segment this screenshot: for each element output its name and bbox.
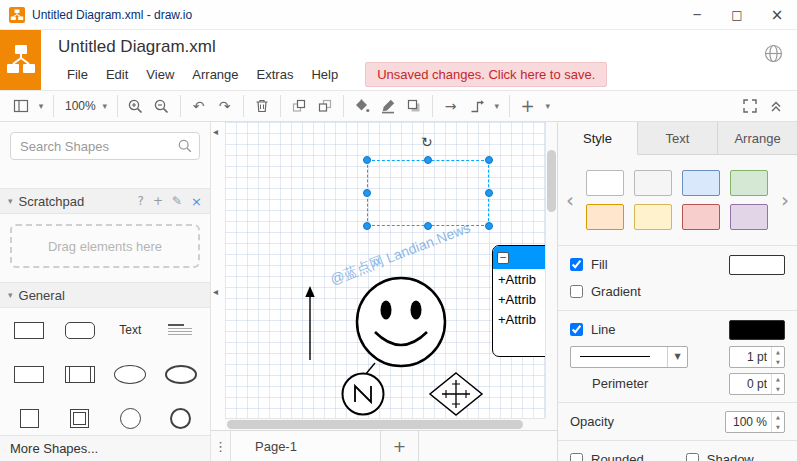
collapse-left-icon[interactable]: ◂: [213, 286, 218, 297]
close-button[interactable]: ×: [757, 0, 797, 29]
spinner-up-icon[interactable]: ▲: [772, 347, 784, 357]
connection-button[interactable]: →: [439, 94, 463, 118]
spinner-up-icon[interactable]: ▲: [772, 412, 784, 422]
insert-dropdown[interactable]: ▾: [542, 94, 554, 118]
shape-rounded-rectangle[interactable]: [55, 316, 106, 344]
waypoints-button[interactable]: [465, 94, 489, 118]
shape-text[interactable]: Text: [105, 316, 156, 344]
shape-ellipse[interactable]: [105, 360, 156, 388]
presets-prev-button[interactable]: ‹: [566, 188, 574, 212]
rounded-checkbox[interactable]: [570, 453, 583, 461]
undo-button[interactable]: ↶: [187, 94, 211, 118]
menu-file[interactable]: File: [58, 64, 97, 85]
scratchpad-help-button[interactable]: ?: [138, 194, 144, 208]
shape-rectangle-2[interactable]: [4, 360, 55, 388]
language-globe-button[interactable]: [762, 42, 784, 64]
zoom-out-button[interactable]: [150, 94, 174, 118]
page-tab[interactable]: Page-1: [231, 431, 381, 461]
add-page-button[interactable]: +: [381, 431, 419, 461]
shape-circle[interactable]: [105, 404, 156, 432]
uml-class-shape[interactable]: − +Attrib +Attrib +Attrib: [492, 245, 545, 357]
to-back-button[interactable]: [313, 94, 337, 118]
resize-handle-s[interactable]: [424, 222, 432, 230]
line-style-dropdown[interactable]: ▼: [570, 346, 688, 368]
shape-circle-bold[interactable]: [156, 404, 207, 432]
menu-extras[interactable]: Extras: [248, 64, 303, 85]
tab-style[interactable]: Style: [558, 122, 638, 155]
style-swatch[interactable]: [682, 170, 720, 196]
fill-checkbox[interactable]: [570, 258, 583, 271]
view-panel-dropdown[interactable]: ▾: [35, 94, 47, 118]
uml-attribute-row[interactable]: +Attrib: [493, 269, 545, 289]
scratchpad-header[interactable]: ▾ Scratchpad ? + ✎ ×: [0, 188, 210, 214]
drawing-canvas[interactable]: @蓝点网 Landian.News ↻: [225, 122, 545, 418]
tab-arrange[interactable]: Arrange: [718, 122, 797, 154]
resize-handle-n[interactable]: [424, 156, 432, 164]
uml-collapse-button[interactable]: −: [497, 252, 509, 264]
fill-color-button[interactable]: [350, 94, 374, 118]
shape-rectangle[interactable]: [4, 316, 55, 344]
diamond-crosshair-shape[interactable]: [428, 371, 484, 417]
spinner-down-icon[interactable]: ▼: [772, 357, 784, 367]
shape-square[interactable]: [4, 404, 55, 432]
style-swatch[interactable]: [586, 170, 624, 196]
uml-attribute-row[interactable]: +Attrib: [493, 309, 545, 329]
menu-view[interactable]: View: [137, 64, 183, 85]
style-swatch[interactable]: [682, 204, 720, 230]
insert-button[interactable]: +: [516, 94, 540, 118]
selected-rectangle[interactable]: [367, 160, 489, 226]
search-shapes-input[interactable]: [10, 132, 200, 160]
horizontal-scrollbar-thumb[interactable]: [227, 420, 523, 429]
resize-handle-sw[interactable]: [363, 222, 371, 230]
menu-edit[interactable]: Edit: [97, 64, 137, 85]
shape-ellipse-bold[interactable]: [156, 360, 207, 388]
style-swatch[interactable]: [586, 204, 624, 230]
uml-attribute-row[interactable]: +Attrib: [493, 289, 545, 309]
style-swatch[interactable]: [634, 204, 672, 230]
scratchpad-close-button[interactable]: ×: [191, 194, 202, 209]
zigzag-circle-shape[interactable]: [340, 371, 386, 417]
menu-arrange[interactable]: Arrange: [183, 64, 247, 85]
waypoints-dropdown[interactable]: ▾: [491, 94, 503, 118]
style-swatch[interactable]: [634, 170, 672, 196]
rotate-handle[interactable]: ↻: [421, 134, 433, 150]
delete-button[interactable]: [250, 94, 274, 118]
minimize-button[interactable]: ─: [677, 0, 717, 29]
shape-square-double[interactable]: [55, 404, 106, 432]
scratchpad-add-button[interactable]: +: [153, 194, 163, 208]
shadow-checkbox[interactable]: [686, 453, 699, 461]
horizontal-scrollbar[interactable]: [225, 418, 545, 430]
line-color-button[interactable]: [376, 94, 400, 118]
redo-button[interactable]: ↷: [213, 94, 237, 118]
fill-color-swatch-button[interactable]: [729, 255, 785, 275]
spinner-down-icon[interactable]: ▼: [772, 384, 784, 394]
zoom-in-button[interactable]: [124, 94, 148, 118]
smiley-shape[interactable]: [353, 274, 449, 370]
general-section-header[interactable]: ▾ General: [0, 282, 210, 308]
spinner-up-icon[interactable]: ▲: [772, 374, 784, 384]
resize-handle-e[interactable]: [485, 189, 493, 197]
more-shapes-button[interactable]: More Shapes...: [0, 435, 210, 461]
tab-text[interactable]: Text: [638, 122, 718, 154]
line-color-swatch-button[interactable]: [729, 320, 785, 340]
collapse-left-icon[interactable]: ◂: [213, 126, 218, 137]
style-swatch[interactable]: [730, 170, 768, 196]
shape-process[interactable]: [55, 360, 106, 388]
shape-heading[interactable]: [156, 316, 207, 344]
view-panel-button[interactable]: [9, 94, 33, 118]
resize-handle-ne[interactable]: [485, 156, 493, 164]
line-checkbox[interactable]: [570, 323, 583, 336]
resize-handle-se[interactable]: [485, 222, 493, 230]
maximize-button[interactable]: □: [717, 0, 757, 29]
scratchpad-drop-area[interactable]: Drag elements here: [10, 224, 200, 268]
resize-handle-w[interactable]: [363, 189, 371, 197]
gradient-checkbox[interactable]: [570, 285, 583, 298]
to-front-button[interactable]: [287, 94, 311, 118]
zoom-dropdown[interactable]: ▾: [99, 94, 111, 118]
vertical-scrollbar[interactable]: [545, 122, 557, 418]
presets-next-button[interactable]: ›: [781, 188, 789, 212]
unsaved-changes-banner[interactable]: Unsaved changes. Click here to save.: [365, 62, 607, 87]
menu-help[interactable]: Help: [302, 64, 347, 85]
spinner-down-icon[interactable]: ▼: [772, 422, 784, 432]
shadow-button[interactable]: [402, 94, 426, 118]
